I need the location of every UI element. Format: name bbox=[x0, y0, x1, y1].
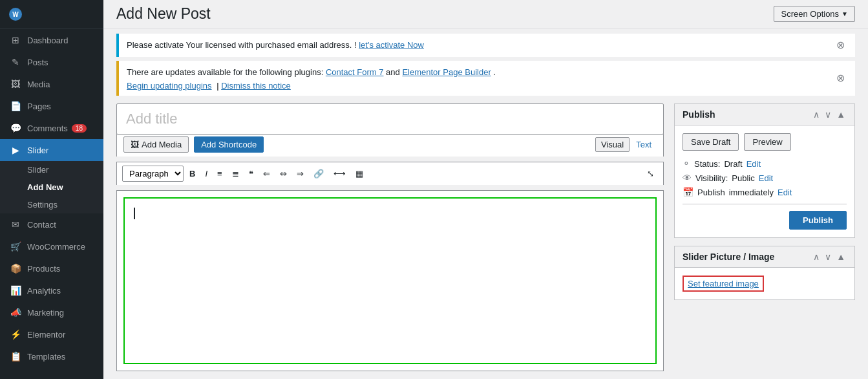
more-button[interactable]: ⟷ bbox=[330, 167, 350, 180]
visibility-edit-link[interactable]: Edit bbox=[759, 173, 773, 183]
align-center-button[interactable]: ⇔ bbox=[276, 167, 291, 180]
screen-options-button[interactable]: Screen Options ▼ bbox=[774, 6, 855, 22]
visibility-icon: 👁 bbox=[683, 173, 692, 183]
publish-button[interactable]: Publish bbox=[789, 211, 847, 230]
metabox2-collapse-down-button[interactable]: ∨ bbox=[823, 252, 832, 262]
ul-button[interactable]: ≡ bbox=[213, 167, 226, 180]
submenu-slider[interactable]: Slider bbox=[0, 161, 103, 179]
sidebar-item-products[interactable]: 📦 Products bbox=[0, 257, 103, 279]
activate-link[interactable]: let's activate Now bbox=[359, 40, 424, 50]
sidebar-item-dashboard[interactable]: ⊞ Dashboard bbox=[0, 29, 103, 51]
submenu-label: Add New bbox=[27, 182, 63, 192]
main-content: Add New Post Screen Options ▼ Please act… bbox=[103, 0, 868, 379]
add-shortcode-button[interactable]: Add Shortcode bbox=[194, 136, 264, 153]
dashboard-icon: ⊞ bbox=[9, 35, 22, 45]
publish-divider bbox=[683, 204, 847, 204]
metabox2-toggle-button[interactable]: ▲ bbox=[835, 252, 847, 262]
publish-metabox: Publish ∧ ∨ ▲ Save Draft Preview ⚬ Statu… bbox=[674, 103, 855, 238]
ol-button[interactable]: ≣ bbox=[228, 167, 243, 180]
sidebar-item-woocommerce[interactable]: 🛒 WooCommerce bbox=[0, 235, 103, 257]
publish-metabox-body: Save Draft Preview ⚬ Status: Draft Edit … bbox=[675, 125, 854, 237]
begin-updating-link[interactable]: Begin updating plugins bbox=[127, 81, 212, 91]
link-button[interactable]: 🔗 bbox=[310, 167, 328, 180]
status-edit-link[interactable]: Edit bbox=[746, 159, 761, 169]
preview-button[interactable]: Preview bbox=[744, 133, 790, 151]
elementor-link[interactable]: Elementor Page Builder bbox=[402, 67, 491, 77]
featured-image-metabox-header: Slider Picture / Image ∧ ∨ ▲ bbox=[675, 246, 854, 268]
notice-text: There are updates available for the foll… bbox=[127, 66, 834, 79]
sidebar-item-analytics[interactable]: 📊 Analytics bbox=[0, 279, 103, 301]
sidebar-item-label: Pages bbox=[27, 102, 51, 111]
metabox-controls: ∧ ∨ ▲ bbox=[812, 109, 847, 120]
templates-icon: 📋 bbox=[9, 351, 22, 362]
paragraph-select[interactable]: Paragraph bbox=[122, 166, 184, 182]
annotation-container bbox=[116, 103, 664, 127]
post-title-input[interactable] bbox=[116, 103, 664, 135]
visual-tab[interactable]: Visual bbox=[595, 137, 630, 152]
bold-button[interactable]: B bbox=[185, 167, 199, 180]
editor-body[interactable] bbox=[116, 190, 664, 371]
sidebar-item-label: Elementor bbox=[27, 330, 65, 340]
sidebar-item-label: WooCommerce bbox=[27, 242, 85, 252]
align-right-button[interactable]: ⇒ bbox=[293, 167, 308, 180]
publish-date-edit-link[interactable]: Edit bbox=[778, 188, 792, 197]
sidebar-item-posts[interactable]: ✎ Posts bbox=[0, 51, 103, 73]
notices-area: Please activate Your licensed with purch… bbox=[103, 28, 868, 96]
sidebar-item-pages[interactable]: 📄 Pages bbox=[0, 95, 103, 117]
woocommerce-icon: 🛒 bbox=[9, 241, 22, 252]
status-value: Draft bbox=[724, 159, 742, 169]
format-toolbar: Paragraph B I ≡ ≣ ❝ ⇐ ⇔ ⇒ 🔗 ⟷ ▦ ⤡ bbox=[116, 162, 664, 185]
notice-dismiss-button[interactable]: ⊗ bbox=[834, 39, 847, 51]
active-arrow-indicator bbox=[98, 139, 103, 161]
editor-media-toolbar: 🖼 Add Media Add Shortcode Visual Text bbox=[116, 132, 664, 157]
sidebar-item-label: Posts bbox=[27, 58, 48, 67]
sidebar-item-contact[interactable]: ✉ Contact bbox=[0, 213, 103, 235]
metabox2-collapse-up-button[interactable]: ∧ bbox=[812, 252, 821, 262]
contact-icon: ✉ bbox=[9, 219, 22, 230]
featured-image-metabox-body: Set featured image bbox=[675, 268, 854, 299]
notice-dismiss-button-2[interactable]: ⊗ bbox=[834, 72, 847, 84]
metabox-toggle-button[interactable]: ▲ bbox=[835, 109, 847, 120]
sidebar-item-label: Contact bbox=[27, 220, 56, 230]
set-featured-image-link[interactable]: Set featured image bbox=[683, 276, 764, 292]
add-media-button[interactable]: 🖼 Add Media bbox=[123, 136, 189, 153]
marketing-icon: 📣 bbox=[9, 307, 22, 318]
slider-icon: ▶ bbox=[9, 145, 22, 155]
products-icon: 📦 bbox=[9, 263, 22, 274]
sidebar-item-marketing[interactable]: 📣 Marketing bbox=[0, 301, 103, 323]
content-area: 🖼 Add Media Add Shortcode Visual Text Pa… bbox=[103, 96, 868, 379]
comments-icon: 💬 bbox=[9, 123, 22, 133]
sidebar-item-media[interactable]: 🖼 Media bbox=[0, 73, 103, 95]
table-button[interactable]: ▦ bbox=[352, 167, 367, 180]
status-label: Status: bbox=[694, 159, 720, 169]
submenu-add-new[interactable]: Add New bbox=[0, 179, 103, 196]
publish-date-label: Publish bbox=[697, 188, 725, 197]
save-draft-button[interactable]: Save Draft bbox=[683, 133, 739, 151]
visibility-value: Public bbox=[732, 173, 754, 183]
metabox-collapse-down-button[interactable]: ∨ bbox=[823, 109, 832, 120]
elementor-icon: ⚡ bbox=[9, 329, 22, 340]
text-tab[interactable]: Text bbox=[631, 137, 657, 152]
contact-form-link[interactable]: Contact Form 7 bbox=[326, 67, 384, 77]
media-icon-small: 🖼 bbox=[131, 140, 139, 149]
italic-button[interactable]: I bbox=[201, 167, 211, 180]
sidebar-item-comments[interactable]: 💬 Comments 18 bbox=[0, 117, 103, 139]
notice-text: Please activate Your licensed with purch… bbox=[127, 39, 834, 52]
featured-image-metabox-title: Slider Picture / Image bbox=[683, 252, 774, 262]
blockquote-button[interactable]: ❝ bbox=[245, 167, 257, 180]
visibility-row: 👁 Visibility: Public Edit bbox=[683, 173, 847, 183]
fullscreen-button[interactable]: ⤡ bbox=[643, 167, 658, 180]
submenu-label: Slider bbox=[27, 165, 48, 175]
sidebar-item-label: Analytics bbox=[27, 286, 61, 296]
align-left-button[interactable]: ⇐ bbox=[259, 167, 274, 180]
page-title: Add New Post bbox=[116, 5, 211, 23]
sidebar-item-slider[interactable]: ▶ Slider bbox=[0, 139, 103, 161]
sidebar-item-templates[interactable]: 📋 Templates bbox=[0, 345, 103, 367]
pages-icon: 📄 bbox=[9, 101, 22, 111]
screen-options-label: Screen Options bbox=[781, 9, 839, 19]
status-icon: ⚬ bbox=[683, 158, 690, 169]
sidebar-item-elementor[interactable]: ⚡ Elementor bbox=[0, 323, 103, 345]
metabox-collapse-up-button[interactable]: ∧ bbox=[812, 109, 821, 120]
submenu-settings[interactable]: Settings bbox=[0, 196, 103, 213]
dismiss-notice-link[interactable]: Dismiss this notice bbox=[221, 81, 291, 91]
